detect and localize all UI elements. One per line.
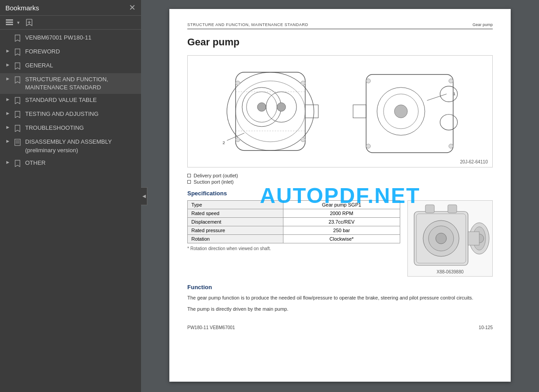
svg-point-31 xyxy=(394,105,407,118)
function-heading: Function xyxy=(187,284,493,291)
sidebar-item-standard[interactable]: ► STANDARD VALUE TABLE xyxy=(0,94,141,108)
svg-text:1: 1 xyxy=(453,91,455,96)
chevron-standard[interactable]: ► xyxy=(5,97,13,102)
page-title: Gear pump xyxy=(187,36,493,48)
svg-point-34 xyxy=(366,79,371,83)
table-row: Displacement 23.7cc/REV xyxy=(188,218,400,226)
gear-pump-image: 2 xyxy=(187,55,493,167)
chevron-troubleshooting[interactable]: ► xyxy=(5,124,13,130)
spec-label-pressure: Rated pressure xyxy=(188,226,283,235)
sidebar-toolbar: ▾ xyxy=(0,16,141,30)
sidebar-item-general[interactable]: ► GENERAL xyxy=(0,59,141,73)
sidebar-item-other[interactable]: ► OTHER xyxy=(0,157,141,171)
legend-label-suction: Suction port (inlet) xyxy=(194,179,234,185)
chevron-structure[interactable]: ► xyxy=(5,76,13,81)
svg-point-13 xyxy=(257,103,266,111)
sidebar-label-venbm: VENBM67001 PW180-11 xyxy=(25,34,137,42)
main-content: STRUCTURE AND FUNCTION, MAINTENANCE STAN… xyxy=(141,0,539,392)
sidebar-label-foreword: FOREWORD xyxy=(25,48,137,56)
specifications-section: Specifications Type Gear pump SGP1 Rated… xyxy=(187,190,493,277)
sidebar-item-foreword[interactable]: ► FOREWORD xyxy=(0,45,141,59)
specs-note: * Rotation direction when viewed on shaf… xyxy=(187,246,400,251)
spec-label-rotation: Rotation xyxy=(188,235,283,243)
svg-rect-5 xyxy=(15,139,20,145)
sidebar-item-testing[interactable]: ► TESTING AND ADJUSTING xyxy=(0,108,141,122)
bookmark-icon-foreword xyxy=(14,48,22,57)
sidebar-label-disassembly: DISASSEMBLY AND ASSEMBLY (preliminary ve… xyxy=(25,138,137,154)
sidebar-label-standard: STANDARD VALUE TABLE xyxy=(25,96,137,104)
svg-line-32 xyxy=(427,94,447,101)
svg-text:2: 2 xyxy=(222,140,225,145)
svg-rect-47 xyxy=(468,232,479,245)
table-row: Rated speed 2000 RPM xyxy=(188,209,400,218)
page-header-left: STRUCTURE AND FUNCTION, MAINTENANCE STAN… xyxy=(187,22,308,27)
chevron-general[interactable]: ► xyxy=(5,62,13,67)
sidebar-item-disassembly[interactable]: ► DISASSEMBLY AND ASSEMBLY (preliminary … xyxy=(0,136,141,156)
sidebar-item-venbm[interactable]: VENBM67001 PW180-11 xyxy=(0,31,141,45)
legend-list: Delivery port (outlet) Suction port (inl… xyxy=(187,173,493,185)
legend-label-delivery: Delivery port (outlet) xyxy=(194,173,238,178)
page-footer-left: PW180-11 VEBM67001 xyxy=(187,325,235,330)
bookmark-icon-general xyxy=(14,62,22,71)
svg-rect-0 xyxy=(6,19,13,21)
bookmark-icon-other xyxy=(14,160,22,168)
svg-rect-49 xyxy=(448,205,457,213)
function-text-1: The gear pump function is to produce the… xyxy=(187,294,493,302)
sidebar-item-structure[interactable]: ► STRUCTURE AND FUNCTION, MAINTENANCE ST… xyxy=(0,73,141,94)
specifications-heading: Specifications xyxy=(187,190,493,197)
svg-rect-2 xyxy=(6,24,13,25)
chevron-other[interactable]: ► xyxy=(5,159,13,165)
spec-label-speed: Rated speed xyxy=(188,209,283,218)
document-page: STRUCTURE AND FUNCTION, MAINTENANCE STAN… xyxy=(169,9,511,382)
svg-point-37 xyxy=(449,144,453,149)
gear-image-code: 20J-62-64110 xyxy=(460,159,488,164)
sidebar-item-troubleshooting[interactable]: ► TROUBLESHOOTING xyxy=(0,122,141,136)
svg-point-36 xyxy=(366,144,371,149)
svg-point-23 xyxy=(301,81,305,85)
spec-value-speed: 2000 RPM xyxy=(283,209,400,218)
svg-point-35 xyxy=(449,79,453,83)
specs-layout: Type Gear pump SGP1 Rated speed 2000 RPM… xyxy=(187,200,493,277)
page-header-right: Gear pump xyxy=(473,22,493,27)
function-section: Function The gear pump function is to pr… xyxy=(187,284,493,313)
bookmark-add-icon[interactable] xyxy=(25,18,33,26)
sidebar-label-structure: STRUCTURE AND FUNCTION, MAINTENANCE STAN… xyxy=(25,75,137,92)
sidebar-label-general: GENERAL xyxy=(25,62,137,70)
function-text-2: The pump is directly driven by the main … xyxy=(187,305,493,313)
svg-point-25 xyxy=(301,137,305,142)
chevron-foreword[interactable]: ► xyxy=(5,48,13,53)
close-button[interactable]: ✕ xyxy=(129,4,136,12)
spec-label-type: Type xyxy=(188,201,283,209)
dropdown-arrow-icon[interactable]: ▾ xyxy=(17,20,20,26)
bookmark-icon-disassembly xyxy=(14,139,22,147)
sidebar-label-testing: TESTING AND ADJUSTING xyxy=(25,110,137,118)
chevron-disassembly[interactable]: ► xyxy=(5,138,13,144)
svg-rect-1 xyxy=(6,22,13,23)
svg-rect-38 xyxy=(353,105,366,118)
table-row: Rated pressure 250 bar xyxy=(188,226,400,235)
page-footer: PW180-11 VEBM67001 10-125 xyxy=(187,322,493,330)
sidebar: Bookmarks ✕ ▾ xyxy=(0,0,141,392)
specs-table-container: Type Gear pump SGP1 Rated speed 2000 RPM… xyxy=(187,200,400,277)
svg-rect-48 xyxy=(425,205,434,213)
svg-point-10 xyxy=(236,81,305,142)
sidebar-items: VENBM67001 PW180-11 ► FOREWORD ► GENERAL xyxy=(0,30,141,392)
sidebar-title: Bookmarks xyxy=(5,4,39,12)
list-view-icon[interactable] xyxy=(5,18,13,26)
spec-value-displacement: 23.7cc/REV xyxy=(283,218,400,226)
svg-rect-21 xyxy=(305,105,318,118)
bookmark-icon-structure xyxy=(14,76,22,85)
chevron-testing[interactable]: ► xyxy=(5,110,13,116)
pump-secondary-illustration xyxy=(410,203,490,274)
pump-image-code: X88-0639880 xyxy=(408,269,492,274)
sidebar-label-troubleshooting: TROUBLESHOOTING xyxy=(25,124,137,132)
sidebar-header: Bookmarks ✕ xyxy=(0,0,141,16)
svg-point-28 xyxy=(440,115,458,130)
svg-point-22 xyxy=(236,81,240,85)
bookmark-icon-testing xyxy=(14,111,22,119)
table-row: Type Gear pump SGP1 xyxy=(188,201,400,209)
svg-point-43 xyxy=(436,233,446,244)
collapse-panel-button[interactable]: ◀ xyxy=(141,187,147,205)
svg-point-15 xyxy=(277,103,286,111)
bookmark-icon-venbm xyxy=(14,35,22,43)
